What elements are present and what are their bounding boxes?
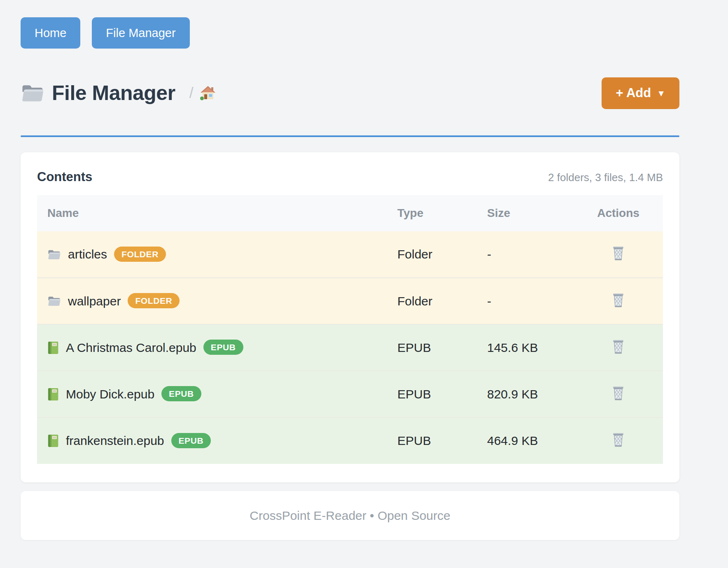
- type-badge: FOLDER: [128, 293, 180, 308]
- table-header-row: Name Type Size Actions: [37, 195, 663, 231]
- folder-icon: [47, 296, 61, 307]
- page-title: File Manager: [52, 81, 175, 105]
- type-cell: Folder: [397, 231, 487, 278]
- book-icon: [47, 341, 59, 354]
- column-header-name: Name: [37, 195, 397, 231]
- top-nav: Home File Manager: [21, 17, 679, 49]
- column-header-actions: Actions: [574, 195, 663, 231]
- type-cell: EPUB: [397, 324, 487, 371]
- column-header-size: Size: [487, 195, 574, 231]
- type-badge: EPUB: [171, 433, 211, 448]
- contents-table-body: articles FOLDER Folder -: [37, 231, 663, 464]
- page: Home File Manager File Manager /: [21, 0, 679, 540]
- table-row[interactable]: Moby Dick.epub EPUB EPUB 820.9 KB: [37, 371, 663, 417]
- type-cell: Folder: [397, 278, 487, 324]
- type-badge: EPUB: [203, 340, 243, 355]
- file-name[interactable]: A Christmas Carol.epub: [66, 341, 196, 355]
- size-cell: -: [487, 278, 574, 324]
- type-badge: EPUB: [161, 386, 201, 401]
- size-cell: 464.9 KB: [487, 417, 574, 464]
- contents-summary: 2 folders, 3 files, 1.4 MB: [548, 171, 663, 184]
- delete-button[interactable]: [610, 384, 627, 403]
- home-button[interactable]: Home: [21, 17, 80, 49]
- type-cell: EPUB: [397, 371, 487, 417]
- open-folder-icon: [21, 84, 44, 102]
- title-group: File Manager /: [21, 81, 216, 105]
- size-cell: -: [487, 231, 574, 278]
- contents-card: Contents 2 folders, 3 files, 1.4 MB Name…: [21, 152, 679, 482]
- contents-heading: Contents: [37, 170, 92, 184]
- table-row[interactable]: articles FOLDER Folder -: [37, 231, 663, 278]
- folder-icon: [47, 249, 61, 260]
- house-icon[interactable]: [200, 86, 216, 100]
- delete-button[interactable]: [610, 244, 627, 263]
- add-button-label: + Add: [616, 86, 651, 100]
- table-row[interactable]: wallpaper FOLDER Folder -: [37, 278, 663, 324]
- breadcrumb-separator: /: [189, 84, 194, 102]
- book-icon: [47, 388, 59, 401]
- caret-down-icon: ▼: [657, 88, 665, 98]
- card-header: Contents 2 folders, 3 files, 1.4 MB: [37, 170, 663, 184]
- file-name[interactable]: articles: [68, 247, 107, 261]
- title-divider: [21, 135, 679, 137]
- type-cell: EPUB: [397, 417, 487, 464]
- delete-button[interactable]: [610, 431, 627, 450]
- table-row[interactable]: A Christmas Carol.epub EPUB EPUB 145.6 K…: [37, 324, 663, 371]
- size-cell: 145.6 KB: [487, 324, 574, 371]
- delete-button[interactable]: [610, 338, 627, 357]
- type-badge: FOLDER: [114, 247, 166, 262]
- add-button[interactable]: + Add ▼: [602, 77, 679, 109]
- table-row[interactable]: frankenstein.epub EPUB EPUB 464.9 KB: [37, 417, 663, 464]
- contents-table: Name Type Size Actions articles: [37, 195, 663, 464]
- file-name[interactable]: wallpaper: [68, 294, 121, 308]
- file-name[interactable]: Moby Dick.epub: [66, 387, 154, 401]
- size-cell: 820.9 KB: [487, 371, 574, 417]
- delete-button[interactable]: [610, 291, 627, 310]
- book-icon: [47, 434, 59, 447]
- footer-text: CrossPoint E-Reader • Open Source: [250, 509, 450, 523]
- file-manager-button[interactable]: File Manager: [92, 17, 189, 49]
- file-name[interactable]: frankenstein.epub: [66, 434, 164, 448]
- page-header: File Manager / + Add ▼: [21, 76, 679, 110]
- footer: CrossPoint E-Reader • Open Source: [21, 491, 679, 540]
- column-header-type: Type: [397, 195, 487, 231]
